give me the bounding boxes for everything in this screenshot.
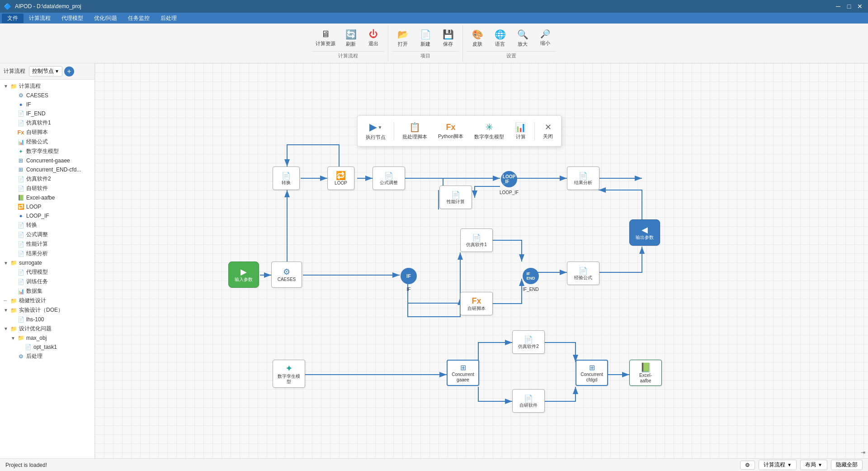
tree-item-max-obj[interactable]: ▼ 📁 max_obj — [0, 333, 94, 343]
tree-item-research-script[interactable]: Fx 自研脚本 — [0, 128, 94, 137]
tree-item-lhs-100[interactable]: 📄 lhs-100 — [0, 315, 94, 324]
loop-canvas-icon: 🔁 — [336, 171, 346, 181]
refresh-button[interactable]: 🔄 刷新 — [340, 27, 362, 51]
tree-item-sim-software2[interactable]: 📄 仿真软件2 — [0, 174, 94, 184]
sim-software1-canvas-label: 仿真软件1 — [466, 242, 487, 247]
tree-item-data-set[interactable]: 📊 数据集 — [0, 286, 94, 296]
tree-item-doe[interactable]: ▼ 📁 实验设计（DOE） — [0, 305, 94, 315]
layout-status-btn[interactable]: 布局 ▼ — [800, 460, 827, 470]
research-script-canvas-node[interactable]: Fx 自研脚本 — [460, 292, 493, 315]
tree-item-training-task[interactable]: 📄 训练任务 — [0, 277, 94, 286]
maximize-button[interactable]: □ — [844, 2, 854, 11]
concurrent-cfdgd-canvas-node[interactable]: ⊞ Concurrentcfdgd — [576, 360, 608, 386]
collapse-indicator[interactable]: ⇥ — [861, 449, 865, 456]
skin-button[interactable]: 🎨 皮肤 — [467, 27, 488, 51]
menu-item-postprocess[interactable]: 后处理 — [155, 14, 182, 23]
result-analysis-canvas-node[interactable]: 📄 结果分析 — [567, 167, 599, 190]
caeses-canvas-node[interactable]: ⚙ CAESES — [271, 262, 302, 288]
menu-item-calcflow[interactable]: 计算流程 — [24, 14, 56, 23]
tree-item-surrogate[interactable]: ▼ 📁 surrogate — [0, 258, 94, 267]
close-popup-btn[interactable]: ✕ 关闭 — [538, 120, 557, 142]
zoom-out-button[interactable]: 🔎 缩小 — [534, 27, 556, 51]
sidebar-dropdown[interactable]: 控制节点 ▼ — [29, 66, 62, 76]
sidebar-add-button[interactable]: + — [64, 67, 74, 76]
research-software-canvas-icon: 📄 — [524, 394, 533, 403]
sim-software2-canvas-node[interactable]: 📄 仿真软件2 — [512, 330, 545, 354]
tree-item-design-opt[interactable]: ▼ 📁 设计优化问题 — [0, 324, 94, 333]
tree-item-proxy-model[interactable]: 📄 代理模型 — [0, 267, 94, 277]
settings-status-btn[interactable]: ⚙ — [740, 461, 755, 470]
tree-item-research-software[interactable]: 📄 自研软件 — [0, 184, 94, 193]
digital-twin-canvas-node[interactable]: ✦ 数字孪生模型 — [273, 360, 305, 388]
tree-item-opt-task1[interactable]: 📄 opt_task1 — [0, 343, 94, 352]
formula-canvas-node[interactable]: 📄 公式调整 — [373, 167, 405, 190]
open-icon: 📂 — [397, 29, 409, 40]
post-process-btn[interactable]: 📋 批处理脚本 — [398, 120, 432, 142]
calc-label: 计算 — [516, 133, 526, 140]
research-script-canvas-icon: Fx — [472, 296, 481, 306]
save-button[interactable]: 💾 保存 — [437, 27, 459, 51]
exit-button[interactable]: ⏻ 退出 — [363, 27, 384, 51]
menu-item-proxymodel[interactable]: 代理模型 — [56, 14, 89, 23]
digital-twin-btn-popup[interactable]: ✳ 数字孪生模型 — [470, 120, 509, 142]
exp-formula-canvas-node[interactable]: 📄 经验公式 — [567, 262, 599, 285]
sim-software1-canvas-node[interactable]: 📄 仿真软件1 — [460, 228, 493, 252]
compute-resource-icon: 🖥 — [321, 29, 330, 39]
tree-item-formula-adjust[interactable]: 📄 公式调整 — [0, 230, 94, 239]
layout-status-label: 布局 — [805, 461, 816, 469]
tree-item-digital-twin[interactable]: ✦ 数字孪生模型 — [0, 147, 94, 156]
tree-item-loop-if[interactable]: ● LOOP_IF — [0, 211, 94, 220]
tree-item-exp-formula[interactable]: 📊 经验公式 — [0, 137, 94, 147]
sidebar-header: 计算流程 控制节点 ▼ + — [0, 63, 94, 80]
tree-item-sim-software1[interactable]: 📄 仿真软件1 — [0, 118, 94, 128]
tree-item-caeses[interactable]: ⚙ CAESES — [0, 91, 94, 100]
if-canvas-node[interactable]: IF — [401, 268, 417, 284]
exec-node-button[interactable]: ▶ ▼ 执行节点 — [361, 119, 390, 143]
zoom-in-button[interactable]: 🔍 放大 — [512, 27, 533, 51]
language-button[interactable]: 🌐 语言 — [489, 27, 511, 51]
menu-item-optimize[interactable]: 优化/问题 — [89, 14, 123, 23]
title-bar: 🔷 AIPOD - D:\data\demo_proj ─ □ ✕ — [0, 0, 868, 13]
canvas-area[interactable]: ▶ ▼ 执行节点 📋 批处理脚本 Fx Python脚本 ✳ 数字孪生模型 📊 … — [95, 63, 868, 458]
tree-item-concurrent-end-cfd[interactable]: ⊞ Concurrent_END-cfd... — [0, 165, 94, 174]
training-task-icon: 📄 — [17, 278, 24, 285]
research-software-canvas-node[interactable]: 📄 自研软件 — [512, 389, 545, 413]
if-icon: ● — [17, 101, 24, 108]
transform-canvas-node[interactable]: 📄 转换 — [273, 167, 300, 190]
menu-item-file[interactable]: 文件 — [2, 14, 24, 23]
surrogate-folder-icon: 📁 — [10, 259, 17, 266]
tree-item-post-process[interactable]: ⚙ 后处理 — [0, 352, 94, 361]
result-analysis-icon: 📄 — [17, 250, 24, 257]
chevron-down-icon: ▼ — [55, 69, 59, 74]
if-end-canvas-node[interactable]: IFEND — [523, 268, 539, 284]
compute-resource-button[interactable]: 🖥 计算资源 — [312, 27, 339, 51]
perf-calc-canvas-node[interactable]: 📄 性能计算 — [439, 186, 472, 209]
tree-item-loop[interactable]: 🔁 LOOP — [0, 202, 94, 211]
loop-if-canvas-node[interactable]: LOOP_IF — [501, 171, 517, 187]
tree-item-stability-design[interactable]: ─ 📁 稳健性设计 — [0, 296, 94, 305]
input-params-node[interactable]: ▶ 输入参数 — [228, 262, 259, 288]
tree-item-excel-aafbe[interactable]: 📗 Excel-aafbe — [0, 193, 94, 202]
calc-btn-popup[interactable]: 📊 计算 — [510, 120, 531, 142]
tree-item-perf-calc[interactable]: 📄 性能计算 — [0, 239, 94, 249]
minimize-button[interactable]: ─ — [834, 2, 843, 11]
tree-item-if[interactable]: ● IF — [0, 100, 94, 109]
loop-canvas-node[interactable]: 🔁 LOOP — [327, 167, 354, 190]
output-params-node[interactable]: ◀ 输出参数 — [629, 219, 660, 246]
loop-if-canvas-label: LOOP_IF — [503, 174, 515, 184]
tree-item-result-analysis[interactable]: 📄 结果分析 — [0, 249, 94, 258]
open-button[interactable]: 📂 打开 — [392, 27, 414, 51]
close-button[interactable]: ✕ — [855, 2, 864, 11]
tree-item-transform[interactable]: 📄 转换 — [0, 220, 94, 230]
tree-item-if-end[interactable]: 📄 IF_END — [0, 109, 94, 118]
concurrent-cfdgd-canvas-icon: ⊞ — [589, 363, 595, 372]
hide-all-status-btn[interactable]: 隐藏全部 — [831, 460, 863, 470]
menu-item-taskmonitor[interactable]: 任务监控 — [123, 14, 155, 23]
excel-canvas-node[interactable]: 📗 Excel-aafbe — [629, 360, 662, 386]
tree-item-calc-flow[interactable]: ▼ 📁 计算流程 — [0, 81, 94, 91]
new-button[interactable]: 📄 新建 — [415, 27, 436, 51]
tree-item-concurrent-gaaee[interactable]: ⊞ Concurrent-gaaee — [0, 156, 94, 165]
python-script-btn[interactable]: Fx Python脚本 — [434, 121, 468, 142]
calc-flow-status-btn[interactable]: 计算流程 ▼ — [759, 460, 797, 470]
concurrent-gaaee-canvas-node[interactable]: ⊞ Concurrentgaaee — [447, 360, 479, 386]
